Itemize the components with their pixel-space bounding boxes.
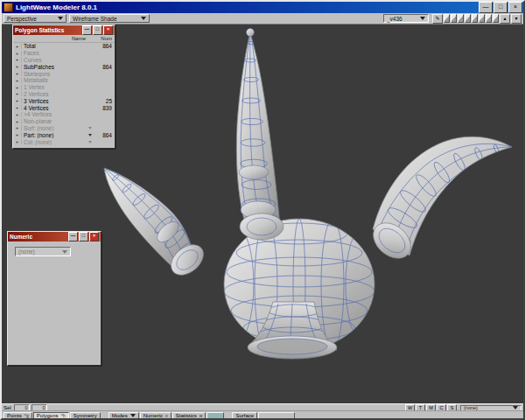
stats-row-label: Surf: (none) — [22, 125, 88, 131]
panel-close-button[interactable]: × — [103, 25, 113, 35]
stats-row-label: 2 Vertices — [22, 91, 94, 97]
stats-row-label: >4 Vertices — [22, 111, 94, 117]
layer-button[interactable] — [493, 14, 499, 23]
disabled-button — [258, 412, 295, 419]
stats-row-nonplanar[interactable]: + Non-planar — [13, 118, 115, 125]
panel-maximize-button[interactable]: □ — [79, 232, 88, 242]
stats-row-gt4vertices[interactable]: + >4 Vertices — [13, 111, 115, 118]
statistics-button[interactable]: Statistics w — [172, 412, 206, 419]
stats-row-surf[interactable]: + Surf: (none) — [13, 125, 115, 132]
pen-icon[interactable]: ✎ — [432, 14, 443, 24]
add-selection-button[interactable]: + — [13, 98, 22, 103]
layer-button[interactable] — [458, 14, 464, 23]
maximize-button[interactable]: □ — [494, 2, 508, 13]
stats-row-curves[interactable]: + Curves — [13, 57, 115, 64]
add-selection-button[interactable]: + — [13, 78, 22, 83]
stats-row-part[interactable]: + Part: (none) 864 — [13, 131, 115, 138]
polygon-statistics-panel: Polygon Statistics — □ × Name Num + Tota… — [12, 24, 116, 149]
points-label: Points — [7, 413, 22, 418]
window-title: LightWave Modeler 8.0.1 — [16, 4, 478, 11]
stats-row-4vertices[interactable]: + 4 Vertices 839 — [13, 104, 115, 111]
add-selection-button[interactable]: + — [13, 57, 22, 62]
add-selection-button[interactable]: + — [13, 85, 22, 90]
polygons-mode-button[interactable]: Polygons ^h — [33, 412, 69, 419]
stats-row-skelegons[interactable]: + Skelegons — [13, 70, 115, 77]
modes-dropdown[interactable]: Modes — [108, 412, 139, 419]
stats-row-label: 1 Vertex — [22, 84, 94, 90]
stats-row-1vertex[interactable]: + 1 Vertex — [13, 84, 115, 91]
stats-row-label: 4 Vertices — [22, 105, 94, 111]
layer-button[interactable] — [444, 14, 450, 23]
stats-row-2vertices[interactable]: + 2 Vertices — [13, 91, 115, 98]
close-button[interactable]: × — [508, 2, 522, 13]
stats-row-3vertices[interactable]: + 3 Vertices 25 — [13, 97, 115, 104]
panel-maximize-button[interactable]: □ — [93, 25, 102, 35]
minimize-button[interactable]: — — [479, 2, 493, 13]
object-selector[interactable]: _v436 — [383, 14, 429, 23]
bottom-toolbar: Points ^g Polygons ^h Symmetry Modes Num… — [2, 410, 523, 419]
layer-button[interactable] — [479, 14, 485, 23]
add-selection-button[interactable]: + — [13, 91, 22, 96]
dropdown-arrow-icon[interactable] — [88, 134, 92, 136]
layer-button[interactable] — [486, 14, 492, 23]
layer-controls: _v436 ✎ ▴ ▾ — [383, 14, 522, 24]
layer-up-icon[interactable]: ▴ — [500, 14, 510, 24]
dropdown-arrow-icon[interactable] — [88, 127, 92, 130]
stats-row-subpatches[interactable]: + SubPatches 864 — [13, 63, 115, 70]
add-selection-button[interactable]: + — [13, 51, 22, 56]
add-selection-button[interactable]: + — [13, 44, 22, 49]
numeric-tool-dropdown[interactable]: (none) — [15, 247, 71, 256]
stats-col-name: Name — [72, 36, 94, 41]
add-selection-button[interactable]: + — [13, 139, 22, 144]
stats-row-metaballs[interactable]: + Metaballs — [13, 77, 115, 84]
add-selection-button[interactable]: + — [13, 119, 22, 124]
layer-down-icon[interactable]: ▾ — [511, 14, 522, 24]
add-selection-button[interactable]: + — [13, 132, 22, 137]
layer-button[interactable] — [451, 14, 457, 23]
surface-button[interactable]: Surface — [232, 412, 257, 419]
numeric-panel-titlebar[interactable]: Numeric — □ × — [8, 232, 101, 242]
object-name-label: _v436 — [387, 16, 402, 22]
dropdown-arrow-icon[interactable] — [88, 141, 92, 144]
layer-button[interactable] — [472, 14, 478, 23]
chevron-down-icon — [62, 250, 67, 254]
points-mode-button[interactable]: Points ^g — [4, 412, 32, 419]
symmetry-button[interactable]: Symmetry — [70, 412, 101, 419]
statistics-shortcut: w — [200, 413, 203, 418]
stats-row-value: 864 — [94, 64, 115, 70]
shade-mode-dropdown[interactable]: Wireframe Shade — [69, 14, 150, 23]
stats-row-col[interactable]: + Col: (none) — [13, 138, 115, 145]
stats-row-label: 3 Vertices — [22, 98, 94, 104]
viewport-toolbar: Perspective Wireframe Shade _v436 ✎ ▴ ▾ — [2, 13, 523, 24]
panel-minimize-button[interactable]: — — [68, 232, 78, 242]
stats-row-value: 864 — [94, 43, 115, 49]
add-selection-button[interactable]: + — [13, 112, 22, 117]
view-mode-label: Perspective — [7, 16, 37, 22]
numeric-button[interactable]: Numeric n — [140, 412, 172, 419]
title-bar[interactable]: LightWave Modeler 8.0.1 — □ × — [2, 2, 523, 13]
stats-row-label: Skelegons — [22, 71, 94, 77]
add-selection-button[interactable]: + — [13, 71, 22, 76]
stats-row-label: Part: (none) — [22, 132, 88, 138]
symmetry-label: Symmetry — [74, 413, 97, 418]
chevron-down-icon — [130, 414, 136, 417]
add-selection-button[interactable]: + — [13, 125, 22, 130]
stats-col-num: Num — [94, 36, 115, 41]
stats-row-label: SubPatches — [22, 64, 94, 70]
utility-button[interactable] — [206, 412, 224, 419]
chevron-down-icon — [58, 17, 63, 20]
view-mode-dropdown[interactable]: Perspective — [4, 14, 66, 23]
add-selection-button[interactable]: + — [13, 64, 22, 69]
stats-row-faces[interactable]: + Faces — [13, 50, 115, 57]
stats-row-total[interactable]: + Total 864 — [13, 43, 115, 50]
stats-row-value: 25 — [94, 98, 115, 104]
panel-close-button[interactable]: × — [89, 232, 99, 242]
surface-label: Surface — [235, 413, 254, 418]
panel-minimize-button[interactable]: — — [82, 25, 92, 35]
statistics-label: Statistics — [176, 413, 197, 418]
stats-panel-titlebar[interactable]: Polygon Statistics — □ × — [13, 25, 115, 35]
layer-button[interactable] — [465, 14, 471, 23]
add-selection-button[interactable]: + — [13, 105, 22, 110]
stats-header: Name Num — [13, 35, 115, 43]
numeric-panel-title: Numeric — [10, 234, 67, 240]
